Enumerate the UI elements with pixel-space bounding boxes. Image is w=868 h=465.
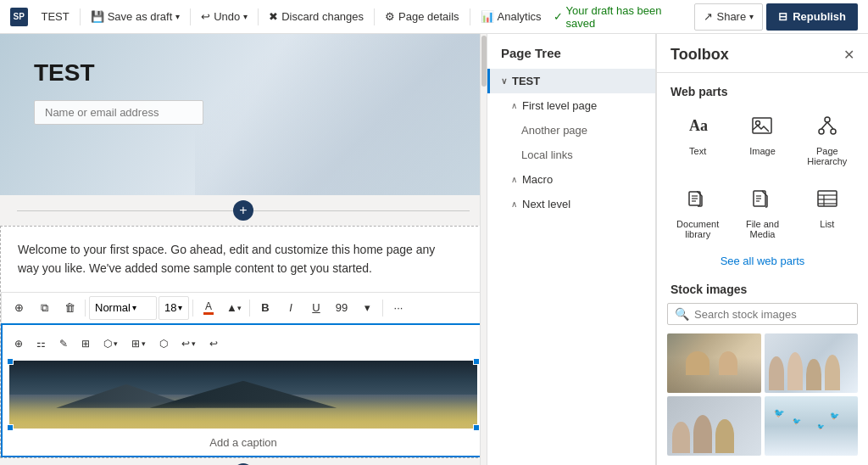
image-caption[interactable]: Add a caption xyxy=(9,436,477,449)
hero-title: TEST xyxy=(34,59,203,87)
stock-images-grid: 🐦 🐦 🐦 🐦 xyxy=(657,333,868,456)
resize-handle-tl[interactable] xyxy=(7,358,14,365)
list-icon xyxy=(815,187,839,216)
divider-5 xyxy=(470,8,470,25)
republish-button[interactable]: ⊟ Republish xyxy=(766,3,858,31)
webparts-grid: Aa Text Image xyxy=(657,105,868,248)
image-placeholder[interactable] xyxy=(9,361,477,429)
image-container xyxy=(9,361,477,429)
stock-image-3[interactable] xyxy=(667,396,761,456)
stock-image-4[interactable]: 🐦 🐦 🐦 🐦 xyxy=(765,396,859,456)
tree-item-first-level[interactable]: ∧ First level page xyxy=(487,93,655,118)
webpart-text[interactable]: Aa Text xyxy=(667,105,728,175)
stock-search-box[interactable]: 🔍 xyxy=(667,303,858,325)
img-edit-btn[interactable]: ✎ xyxy=(54,333,73,354)
img-filter-btn[interactable]: ⊞ xyxy=(76,333,95,354)
chevron-icon: ∧ xyxy=(511,175,517,184)
see-all-webparts-link[interactable]: See all web parts xyxy=(657,248,868,274)
more-button[interactable]: ··· xyxy=(387,296,410,320)
italic-button[interactable]: I xyxy=(279,296,303,320)
divider-3 xyxy=(258,8,259,25)
size-select[interactable]: 18 ▾ xyxy=(159,296,189,320)
svg-point-5 xyxy=(831,129,836,134)
toolbox-panel: Toolbox ✕ Web parts Aa Text xyxy=(656,34,868,465)
webpart-page-hierarchy[interactable]: Page Hierarchy xyxy=(797,105,858,175)
img-crop-btn[interactable]: ⚏ xyxy=(31,333,51,354)
undo-chevron-icon: ▾ xyxy=(243,12,248,21)
fmt-divider-4 xyxy=(382,300,383,317)
content-text: Welcome to your first space. Go ahead, e… xyxy=(18,240,442,278)
svg-line-6 xyxy=(821,122,827,129)
scroll-thumb[interactable] xyxy=(481,36,487,87)
chevron-down-icon: ▾ xyxy=(364,301,370,314)
copy-button[interactable]: ⧉ xyxy=(32,296,56,320)
bold-button[interactable]: B xyxy=(253,296,277,320)
tree-item-next-level[interactable]: ∧ Next level xyxy=(487,192,655,216)
add-section-button-1[interactable]: + xyxy=(233,200,253,221)
format-toolbar: ⊕ ⧉ 🗑 Normal ▾ 18 ▾ A ▲ xyxy=(1,292,486,323)
tree-item-macro[interactable]: ∧ Macro xyxy=(487,167,655,192)
save-draft-button[interactable]: 💾 Save as draft ▾ xyxy=(86,3,186,31)
img-link-btn[interactable]: ↩▾ xyxy=(176,333,201,354)
fmt-divider-3 xyxy=(249,300,250,317)
republish-icon: ⊟ xyxy=(778,10,787,23)
text-color-icon: A xyxy=(205,300,212,312)
tree-item-local-links[interactable]: Local links xyxy=(487,143,655,167)
content-inner: Welcome to your first space. Go ahead, e… xyxy=(1,227,486,292)
highlight-button[interactable]: ▲ ▾ xyxy=(222,296,246,320)
undo-button[interactable]: ↩ Undo ▾ xyxy=(196,3,253,31)
tree-item-test[interactable]: ∨ TEST xyxy=(487,69,655,93)
toolbox-header: Toolbox ✕ xyxy=(657,34,868,73)
style-chevron-icon: ▾ xyxy=(132,303,136,312)
svg-point-4 xyxy=(819,129,824,134)
hero-content: TEST xyxy=(34,59,203,125)
webpart-image[interactable]: Image xyxy=(732,105,793,175)
saved-status: ✓ Your draft has been saved xyxy=(554,4,685,30)
webpart-list[interactable]: List xyxy=(797,178,858,248)
discard-button[interactable]: ✖ Discard changes xyxy=(264,3,369,31)
hero-section: TEST xyxy=(0,34,487,195)
scroll-track[interactable] xyxy=(480,34,487,465)
share-button[interactable]: ↗ Share ▾ xyxy=(694,3,763,31)
link-chevron-icon: ▾ xyxy=(192,339,196,348)
editor-area[interactable]: TEST + Welcome to your first space. Go a… xyxy=(0,34,487,465)
toolbox-close-button[interactable]: ✕ xyxy=(843,47,854,63)
stock-image-2[interactable] xyxy=(765,333,859,393)
chevron-button[interactable]: ▾ xyxy=(355,296,379,320)
toolbox-title: Toolbox xyxy=(670,46,729,64)
resize-handle-tr[interactable] xyxy=(473,358,480,365)
highlight-chevron-icon: ▾ xyxy=(237,304,242,312)
img-overlay-btn[interactable]: ⬡ xyxy=(154,333,173,354)
text-icon: Aa xyxy=(686,114,709,143)
quote-button[interactable]: 99 xyxy=(330,296,353,320)
underline-button[interactable]: U xyxy=(304,296,328,320)
fmt-divider-1 xyxy=(85,300,86,317)
delete-button[interactable]: 🗑 xyxy=(58,296,81,320)
resize-handle-bl[interactable] xyxy=(7,424,14,431)
save-chevron-icon: ▾ xyxy=(175,12,180,21)
img-aspect-btn[interactable]: ⬡▾ xyxy=(98,333,123,354)
page-hierarchy-icon xyxy=(815,114,839,143)
move-handle[interactable]: ⊕ xyxy=(7,296,31,320)
page-details-button[interactable]: ⚙ Page details xyxy=(380,3,465,31)
stock-image-1[interactable] xyxy=(667,333,761,393)
file-media-icon xyxy=(750,187,774,216)
analytics-button[interactable]: 📊 Analytics xyxy=(476,3,547,31)
app-logo: SP xyxy=(10,8,28,26)
img-layout-btn[interactable]: ⊞▾ xyxy=(126,333,151,354)
text-color-button[interactable]: A xyxy=(197,296,220,320)
webpart-file-and-media[interactable]: File and Media xyxy=(732,178,793,248)
size-chevron-icon: ▾ xyxy=(178,303,182,312)
save-icon: 💾 xyxy=(91,10,104,23)
img-undo-btn[interactable]: ↩ xyxy=(204,333,223,354)
webpart-document-library[interactable]: Document library xyxy=(667,178,728,248)
resize-handle-br[interactable] xyxy=(473,424,480,431)
discard-icon: ✖ xyxy=(269,10,278,23)
tree-item-another-page[interactable]: Another page xyxy=(487,118,655,143)
share-icon: ↗ xyxy=(704,10,713,23)
img-move-btn[interactable]: ⊕ xyxy=(9,333,28,354)
hero-search-input[interactable] xyxy=(34,100,203,125)
style-select[interactable]: Normal ▾ xyxy=(89,296,157,320)
stock-search-input[interactable] xyxy=(694,308,850,321)
add-section-divider-1: + xyxy=(0,195,487,226)
